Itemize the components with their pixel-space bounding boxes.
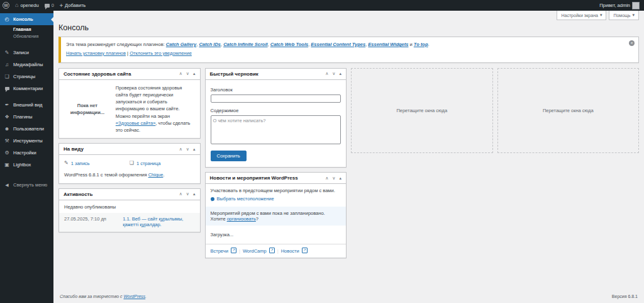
- new-content-menu[interactable]: + Добавить: [60, 3, 86, 9]
- move-up-icon[interactable]: ∧: [179, 147, 182, 152]
- sidebar-item-dashboard[interactable]: ◴ Консоль: [0, 13, 53, 25]
- screen-options-button[interactable]: Настройки экрана ▾: [557, 11, 606, 20]
- sidebar-item-settings[interactable]: ⚙ Настройки: [0, 147, 53, 159]
- recent-post-link[interactable]: 1.1. Веб — сайт құрылымы, қажетті құралд…: [123, 216, 194, 227]
- draft-title-label: Заголовок: [211, 86, 341, 93]
- widget-header[interactable]: Новости и мероприятия WordPress ∧ ∨ ▴: [206, 173, 347, 184]
- toggle-panel-icon[interactable]: ▴: [193, 71, 196, 76]
- period: .: [145, 294, 147, 299]
- period: .: [163, 172, 164, 178]
- toggle-panel-icon[interactable]: ▴: [193, 147, 196, 152]
- sidebar-item-users[interactable]: ☻ Пользователи: [0, 123, 53, 135]
- footer-thanks: Спасибо вам за творчество с WordPress.: [60, 294, 147, 299]
- toggle-panel-icon[interactable]: ▴: [339, 71, 341, 76]
- move-down-icon[interactable]: ∨: [186, 192, 189, 197]
- wordpress-link[interactable]: WordPress: [123, 294, 145, 299]
- news-link[interactable]: Новости: [281, 248, 299, 254]
- links-divider: |: [239, 248, 240, 254]
- save-draft-button[interactable]: Сохранить: [211, 151, 247, 161]
- news-footer-links: Встречи ↗ | WordCamp ↗ | Новости ↗: [206, 244, 347, 258]
- chevron-down-icon: ▾: [632, 13, 635, 18]
- comments-count: 0: [52, 3, 54, 8]
- sidebar-item-media[interactable]: ♫ Медиафайлы: [0, 59, 53, 71]
- home-icon: ⌂: [15, 3, 18, 8]
- site-menu[interactable]: ⌂ openedu: [15, 3, 39, 8]
- comments-shortcut[interactable]: 0: [45, 3, 54, 8]
- plugin-link[interactable]: Essential Widgets: [368, 42, 408, 47]
- page-title: Консоль: [58, 23, 639, 32]
- plugin-link[interactable]: Catch IDs: [199, 42, 221, 47]
- plugin-link[interactable]: Catch Gallery: [166, 42, 196, 47]
- move-up-icon[interactable]: ∧: [179, 71, 182, 76]
- move-down-icon[interactable]: ∨: [332, 71, 335, 76]
- widget-header[interactable]: Состояние здоровья сайта ∧ ∨ ▴: [59, 69, 200, 80]
- wordpress-logo-icon[interactable]: W: [3, 2, 9, 9]
- sidebar-item-label: Настройки: [13, 150, 36, 156]
- account-menu[interactable]: Привет, admin: [599, 2, 640, 9]
- move-down-icon[interactable]: ∨: [186, 147, 189, 152]
- avatar: [632, 2, 640, 9]
- sidebar-subitem-home[interactable]: Главная: [0, 26, 53, 33]
- quick-draft-widget: Быстрый черновик ∧ ∨ ▴ Заголовок Содержи…: [205, 68, 347, 168]
- sidebar-item-label: Внешний вид: [13, 102, 43, 108]
- sidebar-item-appearance[interactable]: ✒ Внешний вид: [0, 99, 53, 111]
- theme-link[interactable]: Chique: [148, 172, 164, 178]
- widgets-column-2: Быстрый черновик ∧ ∨ ▴ Заголовок Содержи…: [205, 68, 347, 263]
- move-down-icon[interactable]: ∨: [332, 176, 335, 181]
- draft-title-input[interactable]: [211, 94, 341, 103]
- sidebar-item-comments[interactable]: Комментарии: [0, 83, 53, 94]
- site-health-link[interactable]: «Здоровье сайта»: [116, 120, 156, 126]
- brush-icon: ✒: [4, 102, 10, 108]
- begin-install-plugins-link[interactable]: Начать установку плагинов: [66, 50, 126, 56]
- organize-event-link[interactable]: организовать: [227, 216, 256, 222]
- select-location-link[interactable]: Выбрать местоположение: [217, 196, 274, 202]
- external-link-icon: ↗: [269, 248, 275, 253]
- widget-title: Активность: [64, 192, 92, 197]
- external-link-icon: ↗: [302, 248, 308, 253]
- widget-drop-zone-4[interactable]: Перетащите окна сюда: [497, 68, 640, 153]
- meetups-link[interactable]: Встречи: [211, 248, 228, 254]
- menu-separator: [0, 42, 53, 47]
- toggle-panel-icon[interactable]: ▴: [339, 176, 341, 181]
- sidebar-item-label: Записи: [13, 50, 29, 55]
- dismiss-icon[interactable]: ✕: [629, 40, 635, 46]
- recently-published-label: Недавно опубликованы: [59, 200, 200, 213]
- sidebar-subitem-updates[interactable]: Обновления: [0, 33, 53, 40]
- sidebar-item-lightbox[interactable]: ▣ Lightbox: [0, 159, 53, 171]
- widget-drop-zone-3[interactable]: Перетащите окна сюда: [351, 68, 493, 153]
- media-icon: ♫: [4, 62, 10, 67]
- draft-content-textarea[interactable]: [211, 115, 341, 144]
- sidebar-item-pages[interactable]: ❏ Страницы: [0, 71, 53, 83]
- help-button[interactable]: Помощь ▾: [609, 11, 639, 20]
- sidebar-item-tools[interactable]: ⚒ Инструменты: [0, 135, 53, 147]
- plugin-link[interactable]: To top: [414, 42, 428, 47]
- pages-count-link[interactable]: 1 страница: [136, 160, 161, 167]
- wp-version-text: WordPress 6.8.1 с темой оформления Chiqu…: [64, 171, 195, 178]
- health-desc-before: Проверка состояния здоровья сайта будет …: [116, 85, 182, 119]
- screen-options-label: Настройки экрана: [561, 13, 597, 18]
- chevron-down-icon: ▾: [600, 13, 602, 18]
- move-up-icon[interactable]: ∧: [179, 192, 182, 197]
- move-up-icon[interactable]: ∧: [325, 176, 328, 181]
- dashboard-icon: ◴: [4, 16, 10, 22]
- sidebar-item-posts[interactable]: ✎ Записи: [0, 47, 53, 59]
- plus-icon: +: [60, 3, 63, 9]
- toggle-panel-icon[interactable]: ▴: [193, 192, 196, 197]
- move-down-icon[interactable]: ∨: [186, 71, 189, 76]
- wordcamp-link[interactable]: WordCamp: [243, 248, 267, 254]
- widget-header[interactable]: Быстрый черновик ∧ ∨ ▴: [206, 69, 347, 80]
- plugin-icon: ❖: [4, 114, 10, 120]
- plugin-link[interactable]: Catch Web Tools: [270, 42, 308, 47]
- widget-header[interactable]: На виду ∧ ∨ ▴: [59, 144, 200, 155]
- posts-count-link[interactable]: 1 запись: [71, 160, 90, 167]
- plugin-link[interactable]: Essential Content Types: [311, 42, 365, 47]
- sidebar-item-plugins[interactable]: ❖ Плагины: [0, 111, 53, 123]
- plugin-link[interactable]: Catch Infinite Scroll: [223, 42, 267, 47]
- move-up-icon[interactable]: ∧: [325, 71, 328, 76]
- dismiss-notice-link[interactable]: Отклонить это уведомление: [130, 50, 192, 56]
- collapse-menu-button[interactable]: ◀ Свернуть меню: [0, 179, 53, 191]
- sidebar-item-label: Пользователи: [13, 126, 44, 132]
- pushpin-icon: ✎: [64, 159, 69, 167]
- at-a-glance-widget: На виду ∧ ∨ ▴ ✎ 1 запись ❏: [58, 143, 201, 183]
- widget-header[interactable]: Активность ∧ ∨ ▴: [59, 189, 200, 200]
